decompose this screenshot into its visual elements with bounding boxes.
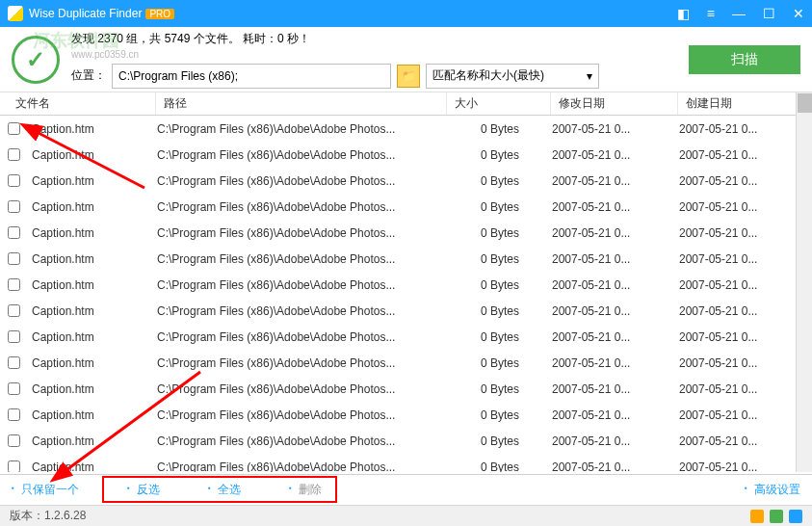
invert-selection-link[interactable]: 反选: [127, 482, 160, 498]
cell-created: 2007-05-21 0...: [679, 408, 757, 422]
cell-path: C:\Program Files (x86)\Adobe\Adobe Photo…: [157, 148, 448, 162]
cell-path: C:\Program Files (x86)\Adobe\Adobe Photo…: [157, 174, 448, 188]
row-checkbox[interactable]: [8, 226, 20, 239]
browse-folder-button[interactable]: 📁: [397, 65, 420, 88]
cell-created: 2007-05-21 0...: [679, 226, 757, 240]
col-modified[interactable]: 修改日期: [551, 92, 678, 115]
table-row[interactable]: Caption.htmC:\Program Files (x86)\Adobe\…: [0, 272, 812, 298]
cell-path: C:\Program Files (x86)\Adobe\Adobe Photo…: [157, 304, 448, 318]
table-row[interactable]: Caption.htmC:\Program Files (x86)\Adobe\…: [0, 246, 812, 272]
col-filename[interactable]: 文件名: [8, 92, 156, 115]
scan-button[interactable]: 扫描: [689, 45, 800, 74]
cell-modified: 2007-05-21 0...: [552, 434, 679, 448]
cell-created: 2007-05-21 0...: [679, 174, 757, 188]
scrollbar[interactable]: [796, 92, 812, 472]
col-size[interactable]: 大小: [447, 92, 551, 115]
table-row[interactable]: Caption.htmC:\Program Files (x86)\Adobe\…: [0, 428, 812, 454]
table-row[interactable]: Caption.htmC:\Program Files (x86)\Adobe\…: [0, 376, 812, 402]
table-row[interactable]: Caption.htmC:\Program Files (x86)\Adobe\…: [0, 116, 812, 142]
row-checkbox[interactable]: [8, 278, 20, 291]
version-text: 版本：1.2.6.28: [10, 508, 86, 524]
table-row[interactable]: Caption.htmC:\Program Files (x86)\Adobe\…: [0, 350, 812, 376]
feedback-icon[interactable]: ◧: [677, 6, 690, 21]
pro-badge: PRO: [145, 9, 174, 19]
table-row[interactable]: Caption.htmC:\Program Files (x86)\Adobe\…: [0, 454, 812, 472]
scan-status: 发现 2370 组，共 5749 个文件。 耗时：0 秒！: [71, 31, 689, 47]
table-row[interactable]: Caption.htmC:\Program Files (x86)\Adobe\…: [0, 324, 812, 350]
cell-path: C:\Program Files (x86)\Adobe\Adobe Photo…: [157, 226, 448, 240]
cell-size: 0 Bytes: [448, 434, 552, 448]
menu-icon[interactable]: ≡: [707, 6, 715, 21]
cell-path: C:\Program Files (x86)\Adobe\Adobe Photo…: [157, 200, 448, 214]
table-row[interactable]: Caption.htmC:\Program Files (x86)\Adobe\…: [0, 402, 812, 428]
row-checkbox[interactable]: [8, 330, 20, 343]
row-checkbox[interactable]: [8, 408, 20, 421]
cell-path: C:\Program Files (x86)\Adobe\Adobe Photo…: [157, 122, 448, 136]
cell-modified: 2007-05-21 0...: [552, 122, 679, 136]
tray-icon-3[interactable]: [789, 510, 802, 523]
cell-created: 2007-05-21 0...: [679, 200, 757, 214]
cell-size: 0 Bytes: [448, 460, 552, 473]
cell-created: 2007-05-21 0...: [679, 382, 757, 396]
cell-created: 2007-05-21 0...: [679, 356, 757, 370]
cell-modified: 2007-05-21 0...: [552, 200, 679, 214]
close-icon[interactable]: ✕: [793, 6, 804, 21]
column-headers: 文件名 路径 大小 修改日期 创建日期: [0, 92, 812, 116]
col-created[interactable]: 创建日期: [678, 92, 812, 115]
cell-filename: Caption.htm: [32, 148, 157, 162]
row-checkbox[interactable]: [8, 200, 20, 213]
match-mode-value: 匹配名称和大小(最快): [432, 67, 544, 84]
cell-filename: Caption.htm: [32, 304, 157, 318]
row-checkbox[interactable]: [8, 382, 20, 395]
cell-size: 0 Bytes: [448, 330, 552, 344]
cell-modified: 2007-05-21 0...: [552, 382, 679, 396]
cell-size: 0 Bytes: [448, 148, 552, 162]
cell-filename: Caption.htm: [32, 330, 157, 344]
row-checkbox[interactable]: [8, 434, 20, 447]
cell-modified: 2007-05-21 0...: [552, 408, 679, 422]
cell-created: 2007-05-21 0...: [679, 304, 757, 318]
row-checkbox[interactable]: [8, 304, 20, 317]
cell-filename: Caption.htm: [32, 200, 157, 214]
status-bar: 版本：1.2.6.28: [0, 505, 812, 526]
minimize-icon[interactable]: —: [732, 6, 746, 21]
select-all-link[interactable]: 全选: [208, 482, 241, 498]
row-checkbox[interactable]: [8, 252, 20, 265]
cell-created: 2007-05-21 0...: [679, 252, 757, 266]
cell-size: 0 Bytes: [448, 226, 552, 240]
cell-modified: 2007-05-21 0...: [552, 148, 679, 162]
table-row[interactable]: Caption.htmC:\Program Files (x86)\Adobe\…: [0, 298, 812, 324]
cell-size: 0 Bytes: [448, 382, 552, 396]
table-row[interactable]: Caption.htmC:\Program Files (x86)\Adobe\…: [0, 194, 812, 220]
maximize-icon[interactable]: ☐: [763, 6, 775, 21]
row-checkbox[interactable]: [8, 148, 20, 161]
row-checkbox[interactable]: [8, 122, 20, 135]
path-input[interactable]: [112, 64, 391, 89]
tray-icon-2[interactable]: [770, 510, 783, 523]
row-checkbox[interactable]: [8, 174, 20, 187]
scrollbar-thumb[interactable]: [798, 93, 812, 113]
delete-link[interactable]: 删除: [289, 482, 322, 498]
header-info: 发现 2370 组，共 5749 个文件。 耗时：0 秒！ 河东软件园 www.…: [71, 31, 689, 89]
cell-path: C:\Program Files (x86)\Adobe\Adobe Photo…: [157, 408, 448, 422]
tray-icon-1[interactable]: [750, 510, 764, 523]
table-row[interactable]: Caption.htmC:\Program Files (x86)\Adobe\…: [0, 168, 812, 194]
cell-size: 0 Bytes: [448, 122, 552, 136]
match-mode-select[interactable]: 匹配名称和大小(最快) ▾: [426, 64, 599, 89]
row-checkbox[interactable]: [8, 460, 20, 472]
folder-icon: 📁: [402, 69, 416, 83]
cell-created: 2007-05-21 0...: [679, 122, 757, 136]
row-checkbox[interactable]: [8, 356, 20, 369]
cell-modified: 2007-05-21 0...: [552, 174, 679, 188]
table-row[interactable]: Caption.htmC:\Program Files (x86)\Adobe\…: [0, 142, 812, 168]
cell-created: 2007-05-21 0...: [679, 148, 757, 162]
app-title: Wise Duplicate Finder: [29, 7, 142, 20]
table-row[interactable]: Caption.htmC:\Program Files (x86)\Adobe\…: [0, 220, 812, 246]
chevron-down-icon: ▾: [587, 69, 592, 83]
cell-path: C:\Program Files (x86)\Adobe\Adobe Photo…: [157, 278, 448, 292]
window-controls: ◧ ≡ — ☐ ✕: [677, 6, 804, 21]
advanced-settings-link[interactable]: 高级设置: [745, 482, 800, 498]
keep-one-link[interactable]: 只保留一个: [12, 482, 79, 498]
col-path[interactable]: 路径: [156, 92, 447, 115]
cell-filename: Caption.htm: [32, 226, 157, 240]
